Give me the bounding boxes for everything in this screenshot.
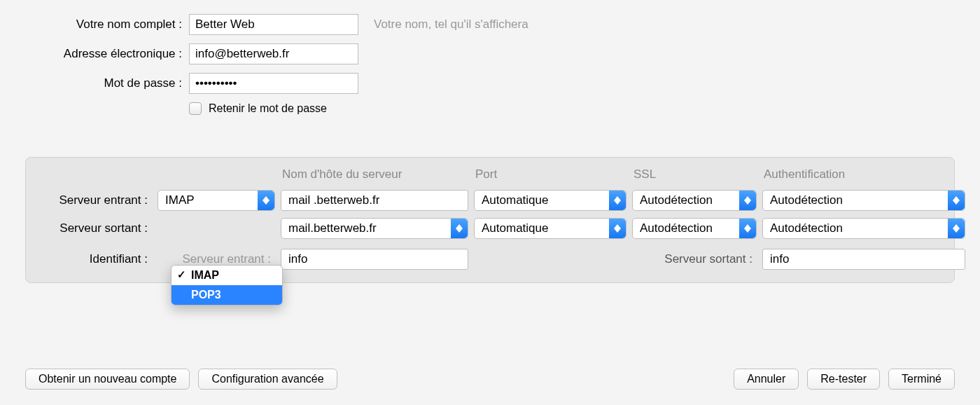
chevron-updown-icon (948, 191, 965, 210)
new-account-button[interactable]: Obtenir un nouveau compte (25, 369, 190, 390)
incoming-protocol-value: IMAP (165, 193, 195, 207)
incoming-port-select[interactable]: Automatique (474, 190, 626, 211)
server-panel: Nom d'hôte du serveur Port SSL Authentif… (25, 157, 955, 283)
done-button[interactable]: Terminé (888, 369, 955, 390)
incoming-protocol-select[interactable]: IMAP (158, 190, 275, 211)
identity-outgoing-input[interactable]: info (762, 249, 965, 270)
remember-password-checkbox[interactable] (189, 102, 202, 115)
outgoing-port-select[interactable]: Automatique (474, 218, 626, 239)
password-label: Mot de passe : (25, 76, 189, 90)
chevron-updown-icon (948, 219, 965, 238)
protocol-option-imap[interactable]: IMAP (172, 266, 282, 285)
remember-password-label: Retenir le mot de passe (209, 102, 327, 115)
incoming-hostname-input[interactable]: mail .betterweb.fr (281, 190, 468, 211)
outgoing-label: Serveur sortant : (38, 221, 152, 235)
header-ssl: SSL (632, 167, 757, 181)
protocol-option-pop3[interactable]: POP3 (172, 285, 282, 305)
password-input[interactable] (189, 73, 358, 94)
cancel-button[interactable]: Annuler (734, 369, 799, 390)
advanced-config-button[interactable]: Configuration avancée (198, 369, 337, 390)
chevron-updown-icon (451, 219, 468, 238)
identifier-label: Identifiant : (38, 252, 152, 266)
outgoing-server-row: Serveur sortant : mail.betterweb.fr Auto… (38, 218, 941, 239)
incoming-server-row: Serveur entrant : IMAP mail .betterweb.f… (38, 190, 941, 211)
full-name-label: Votre nom complet : (25, 18, 189, 32)
email-input[interactable] (189, 43, 358, 64)
chevron-updown-icon (739, 191, 756, 210)
header-auth: Authentification (762, 167, 965, 181)
email-label: Adresse électronique : (25, 47, 189, 61)
full-name-hint: Votre nom, tel qu'il s'affichera (374, 18, 528, 32)
identity-incoming-input[interactable]: info (281, 249, 468, 270)
outgoing-auth-select[interactable]: Autodétection (762, 218, 965, 239)
protocol-dropdown-popup[interactable]: IMAP POP3 (171, 265, 283, 306)
identity-outgoing-label: Serveur sortant : (632, 252, 757, 266)
chevron-updown-icon (609, 219, 626, 238)
retest-button[interactable]: Re-tester (807, 369, 880, 390)
chevron-updown-icon (739, 219, 756, 238)
chevron-updown-icon (258, 191, 274, 210)
footer-bar: Obtenir un nouveau compte Configuration … (25, 369, 955, 390)
chevron-updown-icon (609, 191, 626, 210)
header-hostname: Nom d'hôte du serveur (281, 167, 468, 181)
full-name-input[interactable] (189, 14, 358, 35)
incoming-ssl-select[interactable]: Autodétection (632, 190, 757, 211)
outgoing-hostname-select[interactable]: mail.betterweb.fr (281, 218, 468, 239)
header-port: Port (474, 167, 626, 181)
identity-form: Votre nom complet : Votre nom, tel qu'il… (25, 14, 955, 115)
incoming-label: Serveur entrant : (38, 193, 152, 207)
identity-incoming-label: Serveur entrant : (158, 252, 275, 266)
incoming-auth-select[interactable]: Autodétection (762, 190, 965, 211)
outgoing-ssl-select[interactable]: Autodétection (632, 218, 757, 239)
